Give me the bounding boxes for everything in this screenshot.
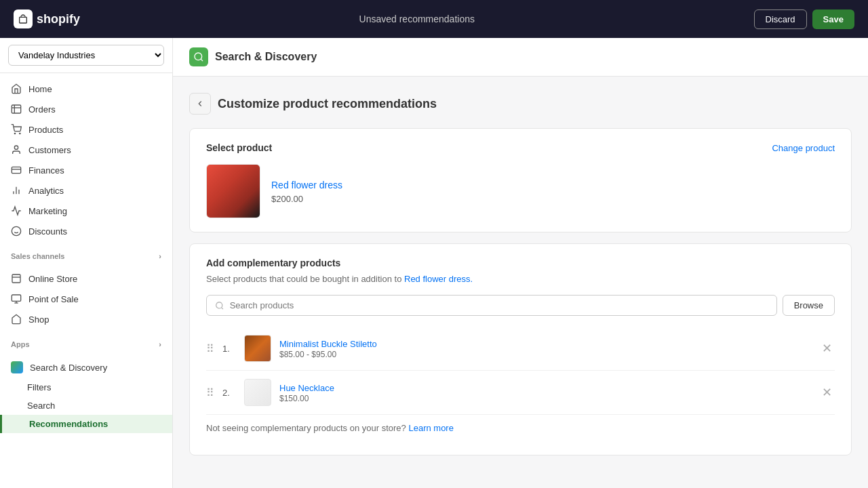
sidebar-item-discounts-label: Discounts [28,226,67,237]
apps-label: Apps › [0,335,172,351]
marketing-icon [11,205,22,216]
sidebar-item-home-label: Home [28,84,52,94]
shop-icon [11,314,22,325]
sidebar-item-products-label: Products [28,125,63,135]
sales-channels-nav: Online Store Point of Sale Shop [0,263,172,335]
sidebar-item-marketing[interactable]: Marketing [0,201,172,221]
svg-rect-6 [12,167,20,173]
drag-handle-1[interactable]: ⠿ [206,342,214,355]
layout: Vandelay Industries Home Orders Prod [0,38,868,488]
sidebar-item-analytics[interactable]: Analytics [0,180,172,201]
sidebar-subitem-filters[interactable]: Filters [0,378,172,396]
sidebar-subitem-search[interactable]: Search [0,396,172,415]
discounts-icon [11,226,22,237]
page-title-row: Customize product recommendations [189,93,852,115]
product-details: Red flower dress $200.00 [271,179,342,204]
sidebar-item-customers[interactable]: Customers [0,140,172,160]
svg-rect-0 [12,105,20,113]
sidebar-item-customers-label: Customers [28,145,71,155]
sidebar-item-finances[interactable]: Finances [0,160,172,180]
products-icon [11,124,22,135]
remove-button-2[interactable]: ✕ [819,382,835,403]
product-name-link[interactable]: Red flower dress [271,180,342,190]
rec-num-1: 1. [222,344,236,354]
subtitle-prefix: Select products that could be bought in … [206,274,401,284]
svg-rect-14 [12,274,20,283]
rec-info-2: Hue Necklace $150.00 [279,382,811,403]
home-icon [11,83,22,94]
product-image-placeholder [207,165,260,218]
sidebar-item-online-store[interactable]: Online Store [0,268,172,289]
sidebar-item-analytics-label: Analytics [28,186,64,196]
rec-name-link-2[interactable]: Hue Necklace [279,383,334,393]
page-title: Customize product recommendations [218,97,437,111]
footer-note: Not seeing complementary products on you… [206,415,835,441]
svg-line-21 [221,307,222,308]
sidebar-item-search-discovery-label: Search & Discovery [30,363,107,373]
sidebar-subitem-recommendations-label: Recommendations [29,419,108,429]
add-complementary-subtitle: Select products that could be bought in … [206,274,835,284]
sidebar-item-search-discovery[interactable]: Search & Discovery [0,357,172,378]
online-store-icon [11,273,22,284]
browse-button[interactable]: Browse [783,295,835,316]
sidebar-subitem-filters-label: Filters [27,382,51,392]
topbar-actions: Discard Save [754,9,854,29]
svg-point-3 [14,133,15,134]
sales-channels-expand-icon[interactable]: › [159,252,161,260]
change-product-link[interactable]: Change product [772,143,835,153]
sidebar-item-point-of-sale[interactable]: Point of Sale [0,289,172,309]
sidebar-item-orders[interactable]: Orders [0,99,172,119]
svg-point-11 [12,226,20,235]
topbar-left: shopify [14,9,80,28]
search-bar: Browse [206,295,835,316]
customers-icon [11,144,22,155]
rec-name-link-1[interactable]: Minimalist Buckle Stiletto [279,339,377,349]
sales-channels-label: Sales channels › [0,247,172,263]
svg-point-4 [20,133,20,134]
back-button[interactable] [189,93,211,115]
apps-expand-icon[interactable]: › [159,340,161,348]
select-product-header: Select product Change product [206,142,835,153]
save-button[interactable]: Save [812,9,854,29]
search-products-input[interactable] [230,300,768,310]
search-discovery-app-icon [11,361,23,373]
svg-line-19 [201,59,203,61]
subtitle-product-link[interactable]: Red flower dress. [404,274,473,284]
sidebar-item-discounts[interactable]: Discounts [0,221,172,241]
point-of-sale-icon [11,293,22,304]
sidebar-subitem-recommendations[interactable]: Recommendations [0,415,172,433]
recommendation-item-2: ⠿ 2. Hue Necklace $150.00 ✕ [206,371,835,415]
sidebar-item-shop[interactable]: Shop [0,309,172,329]
rec-price-1: $85.00 - $95.00 [279,350,811,359]
shopify-logo: shopify [14,9,80,28]
shopify-wordmark: shopify [37,12,80,26]
search-input-wrap[interactable] [206,295,777,316]
rec-num-2: 2. [222,388,236,398]
rec-thumb-2 [244,379,271,406]
rec-thumb-1 [244,335,271,362]
page-header: Search & Discovery [173,38,868,77]
recommendation-item-1: ⠿ 1. Minimalist Buckle Stiletto $85.00 -… [206,327,835,371]
discard-button[interactable]: Discard [754,9,807,29]
finances-icon [11,165,22,176]
svg-point-18 [195,53,202,60]
orders-icon [11,104,22,115]
sidebar-item-finances-label: Finances [28,165,64,176]
sidebar-item-online-store-label: Online Store [28,274,77,284]
sidebar-subitem-search-label: Search [27,401,55,411]
add-complementary-card: Add complementary products Select produc… [189,243,852,455]
sidebar-item-marketing-label: Marketing [28,206,67,216]
product-price: $200.00 [271,194,342,204]
remove-button-1[interactable]: ✕ [819,338,835,359]
drag-handle-2[interactable]: ⠿ [206,386,214,399]
svg-point-5 [14,146,18,149]
learn-more-link[interactable]: Learn more [408,423,453,433]
topbar-title: Unsaved recommendations [359,14,475,24]
store-selector[interactable]: Vandelay Industries [8,45,164,66]
page-header-title: Search & Discovery [215,51,317,63]
sidebar-item-home[interactable]: Home [0,79,172,99]
sidebar-item-point-of-sale-label: Point of Sale [28,294,79,304]
sidebar: Vandelay Industries Home Orders Prod [0,38,173,488]
store-select-container[interactable]: Vandelay Industries [0,38,172,73]
sidebar-item-products[interactable]: Products [0,119,172,140]
